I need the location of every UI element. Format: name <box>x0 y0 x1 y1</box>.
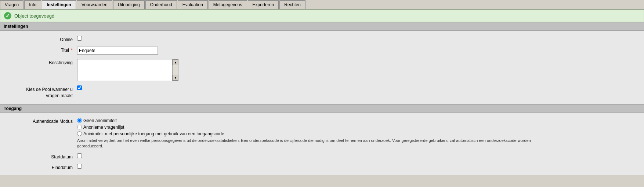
einddatum-checkbox[interactable] <box>77 164 82 169</box>
auth-radio-3-label: Aninimiteit met persoonlijke toegang met… <box>83 131 224 136</box>
tab-instellingen[interactable]: Instellingen <box>42 0 76 9</box>
einddatum-row: Einddatum <box>0 162 644 172</box>
tab-exporteren[interactable]: Exporteren <box>248 0 279 9</box>
toegang-section-header: Toegang <box>0 104 644 113</box>
scroll-down-arrow[interactable]: ▼ <box>173 75 178 81</box>
instellingen-section-header: Instellingen <box>0 22 644 31</box>
online-row: Online <box>0 34 644 44</box>
instellingen-form: Online Titel * Beschrijving ▲ ▼ <box>0 31 644 104</box>
tab-info[interactable]: Info <box>24 0 41 9</box>
auth-control: Geen anonimiteit Anonieme vragenlijst An… <box>77 118 640 149</box>
startdatum-checkbox[interactable] <box>77 153 82 158</box>
auth-radio-toegang[interactable] <box>77 131 82 136</box>
success-icon: ✓ <box>4 12 11 19</box>
online-control <box>77 36 640 42</box>
auth-radio-2-item: Anonieme vragenlijst <box>77 125 640 130</box>
tab-bar: Vragen Info Instellingen Voorwaarden Uit… <box>0 0 644 10</box>
titel-label: Titel * <box>4 47 77 53</box>
scrollbar: ▲ ▼ <box>172 59 178 81</box>
tab-evaluation[interactable]: Evaluation <box>178 0 208 9</box>
online-checkbox[interactable] <box>77 36 82 41</box>
startdatum-control <box>77 153 640 159</box>
success-message: Object toegevoegd <box>14 13 54 19</box>
main-content: Instellingen Online Titel * Beschrijving <box>0 22 644 175</box>
einddatum-label: Einddatum <box>4 164 77 170</box>
auth-radio-1-item: Geen anonimiteit <box>77 118 640 123</box>
online-label: Online <box>4 36 77 42</box>
tab-uitnodiging[interactable]: Uitnodiging <box>113 0 145 9</box>
tab-onderhoud[interactable]: Onderhoud <box>145 0 177 9</box>
tab-rechten[interactable]: Rechten <box>279 0 305 9</box>
tab-vragen[interactable]: Vragen <box>0 0 23 9</box>
beschrijving-wrapper: ▲ ▼ <box>77 59 178 81</box>
tab-voorwaarden[interactable]: Voorwaarden <box>77 0 112 9</box>
auth-radio-geen[interactable] <box>77 118 82 123</box>
pool-checkbox[interactable] <box>77 85 82 90</box>
anon-note: Anonimiteit verwijdert om het even welke… <box>77 138 554 149</box>
beschrijving-row: Beschrijving ▲ ▼ <box>0 57 644 83</box>
pool-label: Kies de Pool wanneer uvragen maakt <box>4 85 77 99</box>
scroll-up-arrow[interactable]: ▲ <box>173 59 178 65</box>
einddatum-control <box>77 164 640 170</box>
toegang-form: Authenticatie Modus Geen anonimiteit Ano… <box>0 113 644 176</box>
auth-radio-1-label: Geen anonimiteit <box>83 118 117 123</box>
titel-input[interactable] <box>77 47 158 55</box>
auth-radio-3-item: Aninimiteit met persoonlijke toegang met… <box>77 131 640 136</box>
success-bar: ✓ Object toegevoegd <box>0 10 644 22</box>
auth-row: Authenticatie Modus Geen anonimiteit Ano… <box>0 116 644 151</box>
required-star: * <box>70 48 73 53</box>
titel-control <box>77 47 640 55</box>
startdatum-row: Startdatum <box>0 151 644 162</box>
pool-row: Kies de Pool wanneer uvragen maakt <box>0 83 644 101</box>
pool-control <box>77 85 640 91</box>
beschrijving-control: ▲ ▼ <box>77 59 640 81</box>
startdatum-label: Startdatum <box>4 153 77 160</box>
beschrijving-textarea[interactable] <box>77 59 178 81</box>
auth-radio-anoniem[interactable] <box>77 125 82 129</box>
titel-row: Titel * <box>0 44 644 57</box>
beschrijving-label: Beschrijving <box>4 59 77 65</box>
auth-radio-2-label: Anonieme vragenlijst <box>83 125 124 130</box>
auth-label: Authenticatie Modus <box>4 118 77 124</box>
tab-metagegevens[interactable]: Metagegevens <box>209 0 247 9</box>
auth-radio-group: Geen anonimiteit Anonieme vragenlijst An… <box>77 118 640 136</box>
